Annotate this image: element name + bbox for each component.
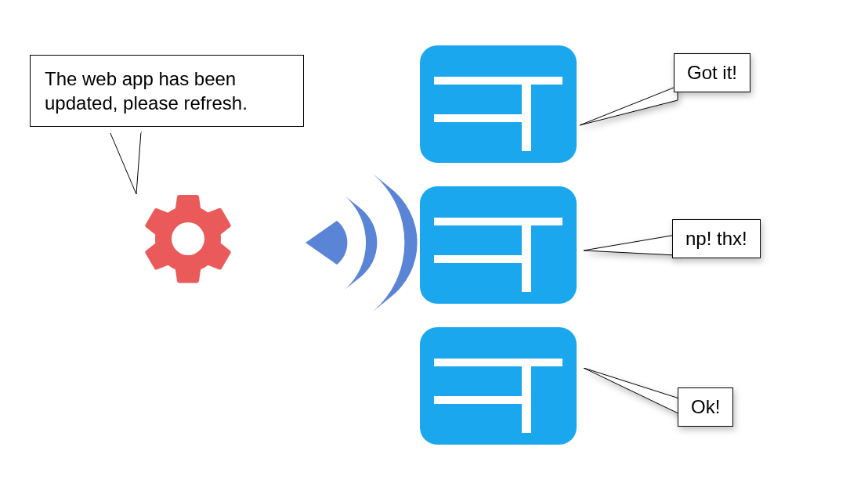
client-reply-bubble: Got it! (674, 53, 750, 92)
window-icon (420, 327, 577, 445)
svg-marker-16 (584, 368, 682, 415)
client-reply-bubble: Ok! (678, 387, 733, 427)
svg-rect-13 (434, 396, 522, 404)
svg-marker-15 (584, 235, 676, 255)
svg-rect-7 (434, 218, 562, 225)
gear-icon (133, 184, 243, 294)
client-reply-text: Ok! (691, 396, 720, 417)
svg-rect-4 (522, 77, 531, 151)
client-window (420, 186, 577, 304)
client-reply-bubble: np! thx! (672, 219, 761, 258)
clients-column (420, 45, 577, 468)
gear-speech-bubble: The web app has been updated, please ref… (30, 55, 304, 127)
svg-rect-12 (522, 359, 531, 433)
broadcast-icon (274, 164, 431, 321)
client-reply-text: Got it! (687, 62, 737, 83)
client-window (420, 45, 577, 163)
svg-rect-2 (420, 45, 577, 163)
svg-rect-10 (420, 327, 577, 445)
svg-marker-14 (580, 86, 678, 125)
svg-rect-1 (110, 132, 141, 133)
reply-tail (584, 235, 678, 266)
client-window (420, 327, 577, 445)
svg-rect-5 (434, 114, 522, 122)
client-reply-text: np! thx! (685, 228, 747, 249)
svg-rect-3 (434, 77, 562, 85)
svg-rect-11 (434, 359, 562, 366)
window-icon (420, 45, 577, 163)
gear-speech-text: The web app has been updated, please ref… (45, 68, 248, 114)
svg-rect-8 (522, 218, 531, 292)
svg-rect-6 (420, 186, 577, 304)
svg-rect-9 (434, 255, 522, 263)
window-icon (420, 186, 577, 304)
reply-tail (584, 368, 685, 423)
reply-tail (580, 86, 682, 133)
